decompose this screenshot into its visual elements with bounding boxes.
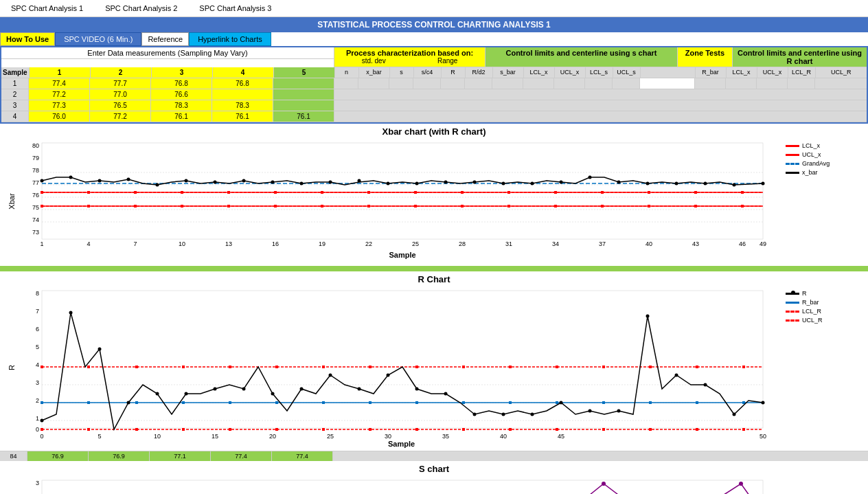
row2-c5[interactable] (273, 89, 334, 100)
svg-point-161 (127, 401, 130, 405)
svg-rect-113 (182, 366, 185, 368)
svg-point-180 (675, 374, 678, 377)
svg-text:40: 40 (500, 433, 507, 438)
legend-r-line (786, 293, 799, 295)
svg-rect-124 (696, 366, 698, 368)
svg-text:49: 49 (760, 240, 766, 247)
row2-c2[interactable]: 77.0 (90, 89, 151, 100)
row1-c1[interactable]: 77.4 (29, 78, 90, 89)
svg-text:10: 10 (154, 433, 161, 438)
svg-rect-133 (369, 428, 372, 431)
svg-point-176 (560, 401, 563, 405)
svg-rect-127 (87, 428, 90, 431)
svg-text:5: 5 (36, 344, 39, 350)
toolbar: How To Use SPC VIDEO (6 Min.) Reference … (0, 32, 868, 46)
row2-c4[interactable] (212, 89, 273, 100)
main-title: STATISTICAL PROCESS CONTROL CHARTING ANA… (317, 20, 551, 30)
row3-c1[interactable]: 77.3 (29, 100, 90, 111)
row1-lclx-r (726, 78, 757, 89)
svg-rect-143 (87, 401, 90, 404)
svg-rect-46 (648, 205, 650, 207)
row3-c2[interactable]: 76.5 (90, 100, 151, 111)
col-3: 3 (152, 67, 213, 78)
svg-rect-8 (42, 143, 763, 239)
svg-text:1: 1 (36, 415, 39, 422)
nav-item-2[interactable]: SPC Chart Analysis 2 (94, 1, 188, 15)
xbar-chart-wrapper: Xbar 80 79 78 77 76 75 74 73 (3, 139, 865, 263)
svg-rect-29 (601, 191, 604, 194)
xbar-chart-title: Xbar chart (with R chart) (3, 126, 865, 137)
row4-c2[interactable]: 77.2 (90, 111, 151, 122)
row4-c4[interactable]: 76.1 (212, 111, 273, 122)
svg-rect-126 (41, 428, 43, 431)
control-limits-s-header: Control limits and centerline using s ch… (486, 47, 678, 67)
row3-rest (334, 100, 867, 111)
svg-text:3: 3 (36, 379, 39, 386)
svg-rect-37 (227, 205, 230, 207)
col-n: n (335, 67, 359, 78)
svg-rect-116 (322, 366, 325, 368)
row4-c3[interactable]: 76.1 (151, 111, 212, 122)
xbar-y-label: Xbar (8, 193, 16, 209)
svg-point-179 (646, 315, 650, 318)
row4-c1[interactable]: 76.0 (29, 111, 90, 122)
legend-lclx-label: LCL_x (802, 142, 820, 149)
nav-item-3[interactable]: SPC Chart Analysis 3 (188, 1, 282, 15)
legend-rbar-label: R_bar (802, 299, 819, 306)
svg-text:50: 50 (760, 433, 766, 438)
control-limits-s-title: Control limits and centerline using s ch… (487, 49, 676, 57)
how-to-use-button[interactable]: How To Use (0, 32, 55, 46)
svg-text:20: 20 (269, 433, 276, 438)
row3-c4[interactable]: 78.3 (212, 100, 273, 111)
svg-rect-33 (41, 205, 43, 207)
svg-text:5: 5 (98, 433, 101, 438)
svg-rect-45 (601, 205, 604, 207)
svg-point-49 (41, 179, 44, 183)
svg-rect-156 (696, 401, 698, 404)
row3-c5[interactable] (273, 100, 334, 111)
svg-rect-42 (461, 205, 464, 207)
svg-rect-147 (275, 401, 278, 404)
row1-uclx-r (757, 78, 788, 89)
control-limits-r-header: Control limits and centerline using R ch… (733, 47, 867, 67)
svg-point-169 (358, 388, 361, 391)
row2-c1[interactable]: 77.2 (29, 89, 90, 100)
row1-c5[interactable] (273, 78, 334, 89)
data-entry-section: Enter Data measurements (Sampling May Va… (1, 47, 334, 67)
row1-c3[interactable]: 76.8 (151, 78, 212, 89)
legend-xbar-label: x_bar (802, 169, 818, 176)
row1-c2[interactable]: 77.7 (90, 78, 151, 89)
s-chart-area: 3 2.5 2 (20, 477, 865, 494)
svg-text:13: 13 (225, 240, 232, 247)
col-rbar: R_bar (696, 67, 727, 78)
svg-rect-112 (135, 366, 138, 368)
svg-rect-115 (275, 366, 278, 368)
svg-point-168 (329, 374, 332, 377)
svg-rect-17 (41, 191, 43, 194)
row2-sample: 2 (1, 89, 29, 100)
svg-point-158 (41, 419, 44, 423)
svg-text:22: 22 (365, 240, 372, 247)
svg-text:73: 73 (32, 229, 39, 236)
row2-c3[interactable]: 76.6 (151, 89, 212, 100)
svg-point-165 (242, 388, 246, 391)
bottom-c1: 76.9 (27, 451, 89, 461)
row1-c4[interactable]: 76.8 (212, 78, 273, 89)
svg-text:78: 78 (32, 167, 39, 174)
nav-item-1[interactable]: SPC Chart Analysis 1 (0, 1, 94, 15)
svg-point-53 (156, 183, 159, 187)
svg-point-71 (675, 182, 678, 186)
spc-video-button[interactable]: SPC VIDEO (6 Min.) (55, 32, 141, 46)
zone-tests-header: Zone Tests (678, 47, 733, 67)
svg-rect-38 (274, 205, 277, 207)
green-separator-1 (0, 266, 868, 271)
legend-xbar-line (786, 172, 799, 174)
row3-c3[interactable]: 78.3 (151, 100, 212, 111)
svg-rect-114 (229, 366, 231, 368)
hyperlink-button[interactable]: Hyperlink to Charts (189, 32, 271, 46)
reference-button[interactable]: Reference (141, 32, 189, 46)
col-uclx-r: UCL_x (757, 67, 788, 78)
row4-c5[interactable]: 76.1 (273, 111, 334, 122)
row4-sample: 4 (1, 111, 29, 122)
svg-rect-128 (135, 428, 138, 431)
